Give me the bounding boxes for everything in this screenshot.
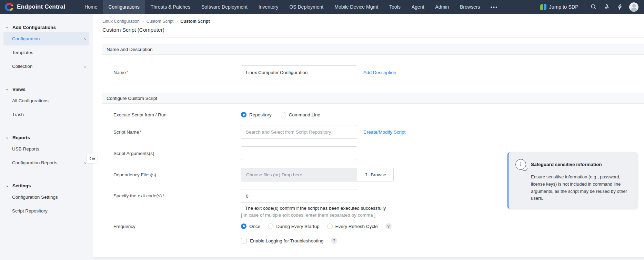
next-section-edge	[93, 257, 644, 260]
breadcrumb-linux-configuration[interactable]: Linux Configuration	[102, 19, 140, 24]
title-divider	[102, 38, 644, 38]
nav-menu: Home Configurations Threats & Patches So…	[79, 0, 503, 14]
nav-item-browsers[interactable]: Browsers	[454, 0, 485, 14]
exit-code-input[interactable]	[241, 189, 357, 203]
radio-unselected-icon[interactable]	[327, 223, 333, 229]
sidebar-item-usb-reports[interactable]: USB Reports	[3, 142, 89, 156]
sidebar-collapse-icon[interactable]	[87, 154, 97, 163]
sidebar-header-label: Add Configurations	[12, 25, 56, 30]
sidebar-header-settings[interactable]: ⌄ Settings	[0, 181, 93, 190]
navbar-right-cluster: Jump to SDP	[540, 2, 644, 12]
nav-item-admin[interactable]: Admin	[430, 0, 454, 14]
logging-checkbox-option[interactable]: Enable Logging for Troubleshooting	[241, 238, 323, 243]
nav-more-icon[interactable]: •••	[485, 0, 503, 14]
radio-selected-icon[interactable]	[241, 112, 246, 117]
sidebar-item-configuration-settings[interactable]: Configuration Settings	[3, 190, 89, 204]
endpoint-central-logo-icon	[5, 3, 13, 11]
sidebar-section-views: ⌄ Views All Configurations Trash	[0, 85, 93, 121]
radio-during-every-startup[interactable]: During Every Startup	[268, 223, 319, 229]
rocket-icon[interactable]	[603, 3, 611, 11]
sidebar-header-add-configurations[interactable]: ⌄ Add Configurations	[0, 23, 93, 32]
nav-item-home[interactable]: Home	[79, 0, 103, 14]
nav-item-agent[interactable]: Agent	[406, 0, 430, 14]
sidebar-item-label: Configuration Settings	[12, 195, 58, 200]
exit-code-help-note: [ In case of multiple exit codes, enter …	[241, 212, 375, 218]
radio-selected-icon[interactable]	[241, 223, 246, 229]
sidebar-item-all-configurations[interactable]: All Configurations	[3, 94, 89, 107]
radio-label: Every Refresh Cycle	[335, 224, 378, 229]
browse-button[interactable]: ↥ Browse	[357, 168, 394, 181]
brand-title: Endpoint Central	[17, 3, 65, 10]
script-arguments-input[interactable]	[241, 146, 357, 160]
logging-row: Enable Logging for Troubleshooting ?	[93, 238, 644, 244]
breadcrumb-custom-script[interactable]: Custom Script	[147, 19, 174, 24]
create-modify-script-link[interactable]: Create/Modify Script	[363, 129, 405, 135]
sidebar-section-add-configurations: ⌄ Add Configurations Configuration › Tem…	[0, 23, 93, 73]
radio-command-line[interactable]: Command Line	[281, 112, 321, 117]
sidebar-item-collection[interactable]: Collection ›	[3, 59, 89, 73]
sidebar-item-label: Configuration Reports	[12, 160, 57, 165]
required-mark: *	[162, 193, 164, 198]
jump-to-sdp-button[interactable]: Jump to SDP	[540, 4, 578, 10]
nav-item-mobile-device-mgmt[interactable]: Mobile Device Mgmt	[329, 0, 384, 14]
radio-every-refresh-cycle[interactable]: Every Refresh Cycle	[327, 223, 378, 229]
sidebar-header-views[interactable]: ⌄ Views	[0, 85, 93, 94]
sidebar-item-configuration[interactable]: Configuration ›	[3, 32, 89, 45]
sidebar-item-configuration-reports[interactable]: Configuration Reports ›	[3, 156, 89, 169]
top-navbar: Endpoint Central Home Configurations Thr…	[0, 0, 644, 14]
frequency-help-icon[interactable]: ?	[385, 223, 392, 229]
sidebar-header-label: Reports	[12, 135, 30, 140]
radio-repository[interactable]: Repository	[241, 112, 272, 117]
user-avatar[interactable]	[629, 2, 638, 12]
execute-script-row: Execute Script from / Run Repository Com…	[93, 112, 644, 117]
chevron-down-icon: ⌄	[6, 135, 9, 139]
radio-once[interactable]: Once	[241, 223, 260, 229]
script-name-input[interactable]	[241, 125, 357, 139]
sidebar-item-trash[interactable]: Trash	[3, 107, 89, 121]
logging-help-icon[interactable]: ?	[331, 238, 337, 244]
nav-item-tools[interactable]: Tools	[384, 0, 406, 14]
sidebar-item-script-repository[interactable]: Script Repository	[3, 204, 89, 218]
jump-to-sdp-label: Jump to SDP	[549, 4, 578, 10]
navbar-divider	[584, 4, 584, 10]
sidebar-item-label: Script Repository	[12, 208, 48, 214]
sidebar-section-settings: ⌄ Settings Configuration Settings Script…	[0, 181, 93, 218]
chevron-right-icon: ›	[84, 160, 86, 166]
sdp-icon	[540, 4, 546, 10]
section-header-configure-custom-script: Configure Custom Script	[102, 93, 644, 104]
dependency-dropzone[interactable]: Choose files (or) Drop here	[241, 168, 357, 181]
upload-icon: ↥	[364, 172, 369, 177]
script-name-row: Script Name* Create/Modify Script	[93, 125, 644, 139]
nav-item-software-deployment[interactable]: Software Deployment	[196, 0, 253, 14]
breadcrumb-current: Custom Script	[180, 19, 210, 24]
radio-label: Once	[249, 224, 260, 229]
info-box-body: Ensure sensitive information (e.g., pass…	[531, 174, 630, 202]
name-input[interactable]	[241, 65, 357, 79]
sidebar-item-label: Templates	[12, 50, 33, 55]
logging-label: Enable Logging for Troubleshooting	[250, 238, 323, 243]
nav-item-os-deployment[interactable]: OS Deployment	[284, 0, 329, 14]
radio-unselected-icon[interactable]	[281, 112, 286, 117]
lightning-icon[interactable]	[616, 3, 624, 11]
nav-item-threats-patches[interactable]: Threats & Patches	[145, 0, 196, 14]
add-description-link[interactable]: Add Description	[363, 70, 396, 75]
chevron-right-icon: ›	[84, 36, 86, 42]
sidebar-item-templates[interactable]: Templates	[3, 45, 89, 59]
sidebar-header-reports[interactable]: ⌄ Reports	[0, 133, 93, 142]
name-label: Name*	[113, 70, 241, 75]
script-arguments-label: Script Arguments(s)	[113, 151, 241, 156]
nav-item-inventory[interactable]: Inventory	[253, 0, 284, 14]
sidebar-item-label: USB Reports	[12, 146, 39, 152]
radio-label: Repository	[249, 112, 272, 117]
chevron-down-icon: ⌄	[6, 184, 9, 188]
chevron-right-icon: ›	[84, 63, 86, 69]
radio-unselected-icon[interactable]	[268, 223, 273, 229]
sidebar-section-reports: ⌄ Reports USB Reports Configuration Repo…	[0, 133, 93, 169]
section-header-name-description: Name and Description	[102, 44, 644, 55]
nav-item-configurations[interactable]: Configurations	[103, 0, 145, 14]
checkbox-unchecked-icon[interactable]	[241, 238, 246, 243]
chevron-down-icon: ⌄	[6, 87, 9, 91]
name-row: Name* Add Description	[93, 65, 644, 79]
left-sidebar: ⌄ Add Configurations Configuration › Tem…	[0, 14, 93, 260]
search-icon[interactable]	[590, 3, 597, 11]
